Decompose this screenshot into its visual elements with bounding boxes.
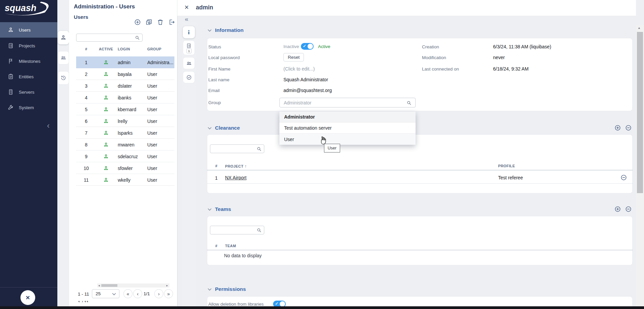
vertical-scrollbar-thumb[interactable] [637, 32, 643, 193]
pager-first-button[interactable]: « [123, 289, 132, 298]
user-row[interactable]: 7 lsparks User [76, 127, 174, 139]
col-header-profile[interactable]: PROFILE [498, 164, 515, 168]
rail-tab-users[interactable] [58, 31, 69, 44]
dropdown-option-administrator[interactable]: Administrator [279, 112, 416, 123]
pager-last-button[interactable]: » [164, 289, 173, 298]
col-header-project[interactable]: PROJECT ↑ [225, 164, 247, 169]
teams-empty-text: No data to display [224, 253, 262, 258]
col-header-num[interactable]: # [76, 47, 96, 53]
pager-prev-button[interactable]: ‹ [133, 289, 142, 298]
tab-permissions[interactable] [183, 71, 195, 83]
attachments-count-badge: 1 [186, 48, 192, 53]
close-icon[interactable]: × [184, 3, 189, 12]
remove-team-icon[interactable] [625, 206, 632, 213]
teams-search-input[interactable] [212, 226, 255, 233]
search-icon [135, 35, 140, 41]
user-row[interactable]: 3 dslater User [76, 80, 174, 92]
sidebar-item-projects[interactable]: Projects [0, 38, 57, 53]
col-header-num[interactable]: # [212, 244, 220, 248]
chevron-down-icon[interactable] [208, 127, 212, 130]
project-link[interactable]: NX Airport [225, 175, 247, 180]
sidebar-item-label: Servers [19, 90, 35, 95]
col-header-login[interactable]: LOGIN [118, 47, 130, 53]
status-toggle[interactable]: ✓ [301, 43, 314, 50]
field-label: First Name [208, 67, 230, 72]
flag-icon [7, 58, 14, 64]
email-value[interactable]: admin@squashtest.org [283, 88, 332, 93]
user-row[interactable]: 9 sdelacruz User [76, 150, 174, 162]
col-header-group[interactable]: GROUP [147, 47, 161, 53]
users-search-input[interactable] [78, 34, 131, 41]
active-user-icon [103, 142, 109, 148]
sidebar-item-users[interactable]: Users [0, 22, 57, 38]
list-rail [57, 0, 69, 306]
collapse-panel-icon[interactable]: « [185, 15, 189, 23]
bottom-bar [0, 306, 644, 309]
horizontal-scrollbar-thumb[interactable] [101, 284, 117, 287]
first-name-value[interactable]: (Click to edit...) [283, 66, 315, 72]
user-row[interactable]: 1 admin Administra... [76, 56, 174, 68]
dropdown-option-test-automation-server[interactable]: Test automation server [279, 123, 416, 134]
tab-information[interactable] [183, 26, 195, 38]
last-connected-value: 6/18/24, 9:32 AM [493, 66, 529, 72]
page-size-select[interactable]: 25 [92, 289, 119, 298]
add-user-icon[interactable] [134, 18, 141, 26]
sidebar-item-entities[interactable]: Entities [0, 69, 57, 84]
user-row[interactable]: 8 mwaren User [76, 139, 174, 150]
add-team-icon[interactable] [614, 206, 621, 213]
section-title-permissions[interactable]: Permissions [215, 286, 246, 292]
tab-teams[interactable] [183, 57, 195, 69]
section-title-teams[interactable]: Teams [215, 206, 231, 212]
section-title-clearance[interactable]: Clearance [215, 125, 240, 131]
scroll-right-icon[interactable]: ▸ [166, 283, 168, 288]
reset-password-button[interactable]: Reset [283, 53, 304, 61]
pager-next-button[interactable]: › [154, 289, 163, 298]
group-combobox[interactable]: Administrator [279, 98, 416, 107]
close-icon: × [26, 294, 30, 302]
sidebar: squash Users Projects Milestones Entitie… [0, 0, 57, 306]
dropdown-option-user[interactable]: User [279, 134, 416, 145]
sidebar-item-label: Entities [19, 74, 34, 79]
chevron-down-icon[interactable] [208, 288, 212, 291]
help-close-button[interactable]: × [20, 290, 35, 305]
page-size-value: 25 [96, 291, 101, 296]
sidebar-collapse-icon[interactable]: ‹ [47, 122, 50, 130]
chevron-down-icon[interactable] [208, 208, 212, 211]
table-row-divider [207, 183, 633, 184]
sidebar-item-servers[interactable]: Servers [0, 84, 57, 100]
clearance-search-input[interactable] [212, 145, 255, 152]
last-name-value[interactable]: Squash Administrator [283, 77, 328, 82]
section-title-information[interactable]: Information [215, 27, 244, 33]
teams-search-box [210, 226, 264, 234]
user-row[interactable]: 5 kbernard User [76, 103, 174, 115]
rail-tab-teams[interactable] [58, 51, 69, 64]
remove-clearance-icon[interactable] [625, 124, 632, 131]
col-header-num[interactable]: # [212, 164, 220, 168]
user-icon [60, 34, 67, 41]
field-label: Status [208, 44, 221, 49]
export-users-icon[interactable] [168, 18, 175, 26]
field-label: Last connected on [422, 67, 459, 72]
user-row[interactable]: 10 sfowler User [76, 162, 174, 174]
group-dropdown: Administrator Test automation server Use… [279, 112, 416, 145]
add-clearance-icon[interactable] [614, 124, 621, 131]
delete-users-icon[interactable] [157, 18, 164, 26]
sidebar-item-milestones[interactable]: Milestones [0, 53, 57, 69]
information-card [207, 38, 633, 111]
col-header-active[interactable]: ACTIVE [96, 47, 116, 53]
field-label: Creation [422, 44, 439, 49]
status-inactive-label: Inactive [283, 44, 299, 49]
sidebar-item-system[interactable]: System [0, 100, 57, 115]
rail-tab-history[interactable] [58, 71, 69, 85]
user-row[interactable]: 11 wkelly User [76, 174, 174, 186]
user-row[interactable]: 2 bayala User [76, 68, 174, 80]
chevron-down-icon[interactable] [208, 29, 212, 32]
user-row[interactable]: 4 ibanks User [76, 92, 174, 103]
user-row[interactable]: 6 lrelly User [76, 115, 174, 127]
scroll-left-icon[interactable]: ◂ [98, 283, 100, 288]
scroll-up-icon[interactable]: ▲ [638, 26, 641, 30]
copy-users-icon[interactable] [145, 18, 153, 26]
remove-row-icon[interactable] [620, 174, 627, 181]
users-section-title: Users [74, 14, 88, 20]
col-header-team[interactable]: TEAM [225, 244, 236, 248]
